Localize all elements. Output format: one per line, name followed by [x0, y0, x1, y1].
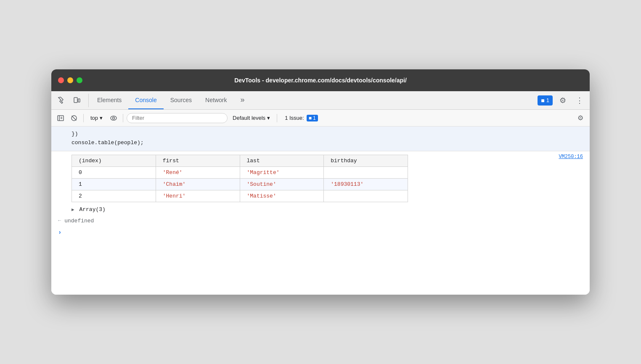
prompt-chevron-icon: › [58, 229, 61, 236]
levels-label: Default levels [233, 115, 265, 121]
issues-icon-small: ■ [309, 115, 312, 121]
console-table: (index) first last birthday 0'René''Magr… [72, 155, 408, 202]
col-header-first: first [156, 155, 240, 166]
issues-text: 1 Issue: [285, 115, 304, 121]
vm-link-container: VM250:16 [51, 151, 590, 153]
vm-link[interactable]: VM250:16 [559, 152, 590, 161]
clear-console-btn[interactable] [68, 112, 80, 124]
main-tabs: Elements Console Sources Network » [90, 91, 538, 109]
tab-console[interactable]: Console [128, 91, 163, 109]
issues-icon: ■ [541, 97, 544, 104]
settings-icon-btn[interactable]: ⚙ [556, 94, 569, 107]
code-area: }) console.table(people); [51, 127, 590, 151]
maximize-button[interactable] [77, 77, 82, 83]
filter-input[interactable] [127, 113, 228, 123]
tab-network[interactable]: Network [199, 91, 233, 109]
table-body: 0'René''Magritte'1'Chaim''Soutine''18930… [72, 166, 408, 202]
device-tool[interactable] [70, 94, 83, 107]
console-toolbar: top ▾ Default levels ▾ 1 Issue: ■ 1 ⚙ [51, 110, 590, 127]
issues-button[interactable]: 1 Issue: ■ 1 [281, 113, 322, 123]
cell-birthday [324, 190, 408, 202]
tabbar: Elements Console Sources Network » ■ 1 ⚙… [51, 91, 590, 110]
tabbar-right: ■ 1 ⚙ ⋮ [538, 94, 586, 107]
console-content: }) console.table(people); VM250:16 (inde… [51, 127, 590, 295]
context-label: top [90, 115, 98, 121]
levels-selector[interactable]: Default levels ▾ [229, 113, 273, 123]
array-expand[interactable]: ▶ Array(3) [51, 204, 590, 215]
cell-first: 'Chaim' [156, 178, 240, 190]
col-header-birthday: birthday [324, 155, 408, 166]
code-line-1: }) [72, 130, 583, 139]
svg-rect-2 [58, 116, 64, 121]
svg-point-8 [111, 116, 117, 120]
table-row: 0'René''Magritte' [72, 166, 408, 178]
undefined-text: undefined [64, 218, 94, 224]
more-options-btn[interactable]: ⋮ [573, 94, 586, 107]
separator-3 [277, 114, 277, 122]
undefined-line: ← undefined [51, 215, 590, 227]
tab-sources[interactable]: Sources [164, 91, 199, 109]
svg-rect-0 [74, 98, 77, 103]
cell-first: 'Henri' [156, 190, 240, 202]
minimize-button[interactable] [67, 77, 73, 83]
sidebar-toggle-btn[interactable] [55, 112, 66, 124]
issues-badge-btn[interactable]: ■ 1 [538, 95, 553, 106]
eye-btn[interactable] [108, 112, 119, 124]
context-selector[interactable]: top ▾ [87, 113, 106, 123]
cell-index: 2 [72, 190, 156, 202]
return-arrow-icon: ← [58, 218, 61, 224]
cell-first: 'René' [156, 166, 240, 178]
col-header-last: last [240, 155, 324, 166]
cell-last: 'Matisse' [240, 190, 324, 202]
cell-birthday [324, 166, 408, 178]
devtools-tools [55, 94, 89, 107]
cell-last: 'Soutine' [240, 178, 324, 190]
cell-birthday: '18930113' [324, 178, 408, 190]
levels-chevron-icon: ▾ [267, 115, 270, 121]
expand-arrow-icon: ▶ [72, 207, 74, 212]
badge-count: 1 [546, 97, 549, 103]
col-header-index: (index) [72, 155, 156, 166]
window-title: DevTools - developer.chrome.com/docs/dev… [234, 77, 407, 84]
issues-count-badge: ■ 1 [307, 115, 318, 121]
code-line-2: console.table(people); [72, 139, 583, 148]
traffic-lights [58, 77, 82, 83]
close-button[interactable] [58, 77, 64, 83]
inspector-tool[interactable] [55, 94, 68, 107]
svg-rect-1 [78, 99, 80, 102]
more-tabs-button[interactable]: » [233, 91, 251, 109]
prompt-line[interactable]: › [51, 227, 590, 238]
console-settings-btn[interactable]: ⚙ [575, 112, 586, 124]
cell-last: 'Magritte' [240, 166, 324, 178]
issues-count: 1 [313, 115, 316, 121]
table-container: (index) first last birthday 0'René''Magr… [51, 153, 559, 204]
table-header-row: (index) first last birthday [72, 155, 408, 166]
svg-point-9 [113, 117, 115, 119]
titlebar: DevTools - developer.chrome.com/docs/dev… [51, 69, 590, 91]
table-row: 1'Chaim''Soutine''18930113' [72, 178, 408, 190]
table-row: 2'Henri''Matisse' [72, 190, 408, 202]
separator-1 [83, 114, 84, 122]
separator-2 [123, 114, 123, 122]
devtools-window: DevTools - developer.chrome.com/docs/dev… [51, 69, 590, 295]
cell-index: 1 [72, 178, 156, 190]
array-label: Array(3) [79, 206, 105, 213]
tab-elements[interactable]: Elements [90, 91, 128, 109]
cell-index: 0 [72, 166, 156, 178]
chevron-down-icon: ▾ [100, 115, 103, 121]
